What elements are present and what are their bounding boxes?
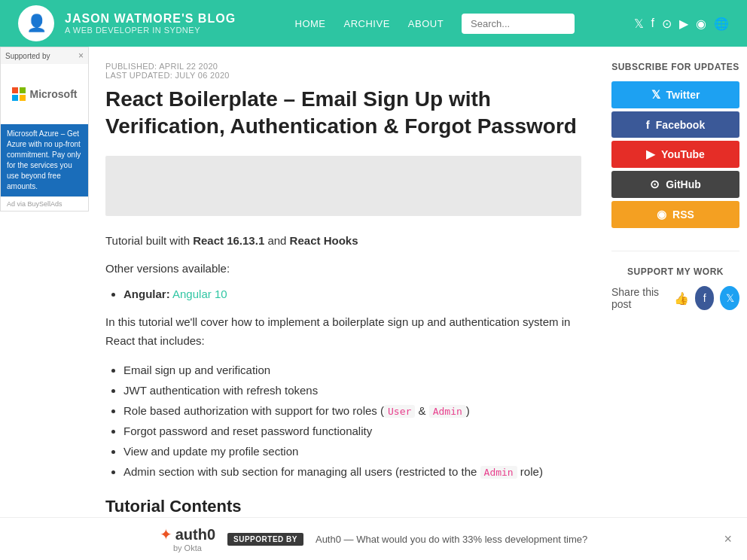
youtube-icon: ▶ [646, 148, 655, 161]
auth0-star-icon: ✦ [160, 525, 172, 543]
rss-icon: ◉ [657, 208, 666, 221]
facebook-label: Facebook [656, 119, 705, 131]
ms-grid-icon [12, 87, 26, 101]
youtube-label: YouTube [661, 148, 705, 160]
github-label: GitHub [666, 178, 701, 190]
youtube-icon[interactable]: ▶ [679, 17, 688, 31]
article-body: Tutorial built with React 16.13.1 and Re… [105, 231, 581, 538]
facebook-icon: f [646, 118, 650, 131]
hooks-text: React Hooks [290, 234, 358, 247]
twitter-icon[interactable]: 𝕏 [634, 17, 644, 31]
sidebar-ad-close-button[interactable]: × [78, 50, 84, 61]
sidebar-ad-body: Microsoft Azure – Get Azure with no up-f… [1, 124, 88, 196]
github-subscribe-button[interactable]: ⊙ GitHub [611, 171, 739, 198]
feature-item: Forgot password and reset password funct… [123, 421, 581, 441]
feature-item: Email sign up and verification [123, 360, 581, 380]
twitter-label: Twitter [666, 89, 700, 101]
subscribe-title: SUBSCRIBE FOR UPDATES [611, 62, 739, 72]
banner-message: Auth0 — What would you do with 33% less … [316, 534, 587, 545]
features-list: Email sign up and verification JWT authe… [105, 360, 581, 482]
intro-paragraph: Tutorial built with React 16.13.1 and Re… [105, 231, 581, 251]
user-code: User [384, 405, 415, 418]
blog-subtitle: A WEB DEVELOPER IN SYDNEY [65, 26, 236, 35]
search-input[interactable] [462, 14, 575, 34]
sidebar-ad: Supported by × Microsoft Microsoft Azure… [0, 47, 89, 212]
main-content: PUBLISHED: APRIL 22 2020 LAST UPDATED: J… [98, 47, 596, 553]
github-icon: ⊙ [650, 178, 660, 191]
bottom-banner: ✦ auth0 by Okta SUPPORTED BY Auth0 — Wha… [0, 517, 747, 553]
feature-item: Admin section with sub section for manag… [123, 461, 581, 482]
supported-by-label: Supported by [5, 52, 50, 60]
facebook-subscribe-button[interactable]: f Facebook [611, 111, 739, 138]
description-text: In this tutorial we'll cover how to impl… [105, 312, 581, 351]
auth0-logo-block: ✦ auth0 by Okta [160, 525, 215, 552]
published-label: PUBLISHED: APRIL 22 2020 [105, 62, 218, 71]
blog-title: JASON WATMORE'S BLOG [65, 11, 236, 26]
angular-link[interactable]: Angular 10 [172, 288, 227, 300]
blog-title-block: JASON WATMORE'S BLOG A WEB DEVELOPER IN … [65, 11, 236, 35]
sidebar-ad-image: Microsoft [1, 64, 88, 124]
microsoft-logo: Microsoft [12, 87, 78, 101]
tutorial-contents-title: Tutorial Contents [105, 497, 581, 516]
rss-subscribe-button[interactable]: ◉ RSS [611, 201, 739, 228]
feature-item: View and update my profile section [123, 441, 581, 461]
angular-version-item: Angular: Angular 10 [123, 288, 581, 300]
share-text: Share this post [611, 286, 668, 310]
right-sidebar: SUBSCRIBE FOR UPDATES 𝕏 Twitter f Facebo… [596, 47, 747, 553]
rss-label: RSS [672, 208, 694, 221]
article-title: React Boilerplate – Email Sign Up with V… [105, 86, 581, 141]
versions-list: Angular: Angular 10 [105, 288, 581, 300]
share-row: Share this post 👍 f 𝕏 [611, 286, 739, 310]
nav-archive[interactable]: ARCHIVE [344, 18, 390, 29]
github-icon[interactable]: ⊙ [662, 17, 672, 31]
nav-home[interactable]: HOME [295, 18, 326, 29]
twitter-icon: 𝕏 [651, 88, 660, 102]
rss-icon[interactable]: ◉ [696, 17, 706, 31]
nav-about[interactable]: ABOUT [408, 18, 444, 29]
updated-label: LAST UPDATED: JULY 06 2020 [105, 71, 230, 80]
avatar: 👤 [18, 5, 54, 41]
share-facebook-button[interactable]: f [695, 286, 715, 310]
support-title: SUPPORT MY WORK [611, 266, 739, 277]
auth0-by-label: by Okta [160, 543, 215, 552]
admin-role-code: Admin [480, 466, 517, 479]
feature-item: Role based authorization with support fo… [123, 400, 581, 421]
twitter-subscribe-button[interactable]: 𝕏 Twitter [611, 81, 739, 108]
sidebar-ad-footer: Ad via BuySellAds [1, 196, 88, 211]
microsoft-label: Microsoft [30, 88, 78, 100]
site-header: 👤 JASON WATMORE'S BLOG A WEB DEVELOPER I… [0, 0, 747, 47]
sidebar-ad-header: Supported by × [1, 47, 88, 64]
react-version: React 16.13.1 [193, 234, 264, 247]
sidebar-ad-text: Microsoft Azure – Get Azure with no up-f… [7, 129, 81, 190]
feature-item: JWT authentication with refresh tokens [123, 380, 581, 400]
facebook-icon[interactable]: f [651, 17, 654, 30]
supported-badge: SUPPORTED BY [227, 533, 303, 546]
banner-close-button[interactable]: × [724, 531, 732, 547]
main-nav: HOME ARCHIVE ABOUT [295, 14, 575, 34]
auth0-logo-text: auth0 [175, 526, 215, 543]
page-layout: Supported by × Microsoft Microsoft Azure… [0, 47, 747, 553]
share-emoji: 👍 [674, 291, 689, 306]
header-left: 👤 JASON WATMORE'S BLOG A WEB DEVELOPER I… [18, 5, 236, 41]
article-image [105, 156, 581, 216]
header-icons: 𝕏 f ⊙ ▶ ◉ 🌐 [634, 17, 729, 31]
youtube-subscribe-button[interactable]: ▶ YouTube [611, 141, 739, 168]
share-twitter-button[interactable]: 𝕏 [720, 286, 739, 310]
globe-icon[interactable]: 🌐 [714, 17, 729, 31]
support-section: SUPPORT MY WORK Share this post 👍 f 𝕏 [611, 251, 739, 310]
angular-label: Angular: [123, 288, 170, 300]
admin-code: Admin [429, 405, 466, 418]
versions-label: Other versions available: [105, 259, 581, 278]
published-info: PUBLISHED: APRIL 22 2020 LAST UPDATED: J… [105, 62, 581, 80]
